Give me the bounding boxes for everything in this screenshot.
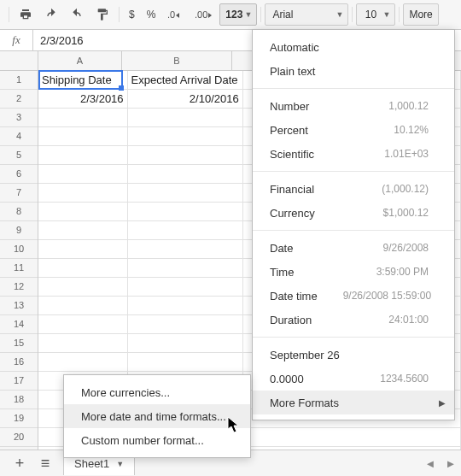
menu-item-time[interactable]: Time3:59:00 PM [253,260,454,284]
cell[interactable] [128,184,243,202]
row-header[interactable]: 5 [0,146,38,165]
cell[interactable] [38,240,128,258]
row-header[interactable]: 12 [0,278,38,297]
cell[interactable] [38,146,128,164]
cell[interactable] [128,165,243,183]
row-headers: 12345678910111213141516171819202122 [0,51,38,452]
increase-decimal-icon: .00 [195,9,213,21]
tab-scroll-left[interactable]: ◄ [420,457,441,470]
row-header[interactable]: 9 [0,221,38,240]
font-select[interactable]: Arial ▼ [265,3,348,26]
column-header-A[interactable]: A [38,51,122,70]
more-label: More [409,9,432,21]
cell[interactable] [38,297,128,314]
row-header[interactable]: 14 [0,315,38,334]
cell[interactable] [38,278,128,296]
row-header[interactable]: 10 [0,240,38,259]
paint-format-button[interactable] [90,4,114,25]
decrease-decimal-button[interactable]: .0 [162,4,188,25]
row-header[interactable]: 19 [0,409,38,428]
percent-button[interactable]: % [142,4,161,25]
menu-item-sep26[interactable]: September 26 [253,343,454,367]
row-header[interactable]: 3 [0,109,38,127]
row-header[interactable]: 6 [0,165,38,184]
cell[interactable] [38,259,128,277]
menu-item-date[interactable]: Date9/26/2008 [253,236,454,260]
row-header[interactable]: 2 [0,90,38,109]
chevron-down-icon: ▼ [244,10,252,19]
row-header[interactable]: 13 [0,297,38,315]
cell[interactable] [243,428,461,446]
cell[interactable]: Shipping Date [38,71,128,89]
menu-item-plain-text[interactable]: Plain text [253,59,454,83]
add-sheet-button[interactable]: + [7,453,32,473]
cell[interactable] [128,334,243,352]
redo-button[interactable] [65,4,89,25]
cell[interactable] [128,203,243,220]
undo-button[interactable] [39,4,63,25]
print-button[interactable] [14,4,38,25]
column-header-B[interactable]: B [122,51,232,70]
chevron-down-icon: ▼ [336,10,343,19]
row-header[interactable]: 18 [0,391,38,409]
row-header[interactable]: 17 [0,372,38,391]
menu-item-financial[interactable]: Financial(1,000.12) [253,177,454,201]
undo-icon [44,8,58,21]
menu-item-currency[interactable]: Currency$1,000.12 [253,201,454,225]
toolbar: $ % .0 .00 123 ▼ Arial ▼ 10 ▼ More [0,0,461,30]
number-format-button[interactable]: 123 ▼ [219,3,257,26]
formula-input[interactable]: 2/3/2016 [33,34,84,47]
cell[interactable] [38,221,128,239]
currency-button[interactable]: $ [124,4,140,25]
row-header[interactable]: 20 [0,428,38,447]
row-header[interactable]: 7 [0,184,38,203]
menu-item-datetime[interactable]: Date time9/26/2008 15:59:00 [253,284,454,308]
submenu-item-more-datetime[interactable]: More date and time formats... [64,404,250,428]
cell[interactable] [38,109,128,126]
cell[interactable] [128,146,243,164]
cell[interactable] [38,353,128,371]
menu-item-scientific[interactable]: Scientific1.01E+03 [253,142,454,166]
chevron-down-icon: ▼ [382,10,390,19]
cell[interactable] [128,278,243,296]
row-header[interactable]: 11 [0,259,38,278]
cell[interactable]: Expected Arrival Date [128,71,243,89]
submenu-item-more-currencies[interactable]: More currencies... [64,380,250,404]
menu-item-automatic[interactable]: Automatic [253,35,454,59]
cell[interactable] [38,127,128,145]
cell[interactable] [128,353,243,371]
row-header[interactable]: 8 [0,203,38,221]
increase-decimal-button[interactable]: .00 [190,4,219,25]
more-formats-submenu: More currencies... More date and time fo… [63,374,251,458]
menu-item-percent[interactable]: Percent10.12% [253,118,454,142]
cell[interactable] [38,334,128,352]
cell[interactable]: 2/10/2016 [128,90,243,108]
menu-item-number[interactable]: Number1,000.12 [253,94,454,118]
more-toolbar-button[interactable]: More [403,3,439,26]
cell[interactable] [38,203,128,220]
cell[interactable] [128,297,243,314]
cell[interactable] [38,315,128,333]
select-all-corner[interactable] [0,51,38,71]
cell[interactable] [128,127,243,145]
menu-item-decimal4[interactable]: 0.00001234.5600 [253,367,454,391]
row-header[interactable]: 4 [0,127,38,146]
cell[interactable] [38,165,128,183]
cell[interactable] [128,109,243,126]
cell[interactable] [128,315,243,333]
submenu-item-custom-number[interactable]: Custom number format... [64,428,250,452]
cell[interactable] [128,221,243,239]
all-sheets-button[interactable]: ≡ [32,453,58,473]
tab-scroll-right[interactable]: ► [441,457,461,470]
menu-item-more-formats[interactable]: More Formats ▶ [253,391,454,414]
font-size-select[interactable]: 10 ▼ [356,3,395,26]
cell[interactable]: 2/3/2016 [38,90,128,108]
cell[interactable] [128,240,243,258]
row-header[interactable]: 15 [0,334,38,353]
menu-item-duration[interactable]: Duration24:01:00 [253,308,454,332]
chevron-right-icon: ▶ [439,398,446,408]
row-header[interactable]: 1 [0,71,38,90]
cell[interactable] [38,184,128,202]
row-header[interactable]: 16 [0,353,38,372]
cell[interactable] [128,259,243,277]
